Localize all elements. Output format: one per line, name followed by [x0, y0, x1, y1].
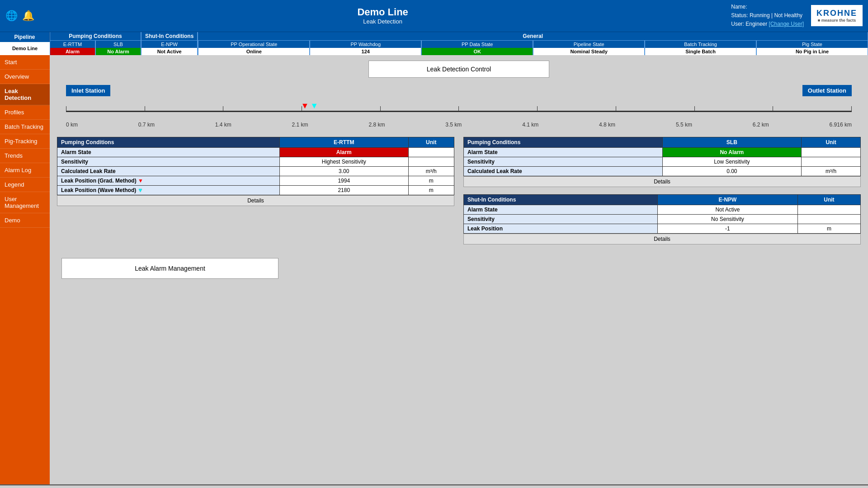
shut-in-table: Shut-In Conditions E-NPW Unit Alarm Stat… [463, 194, 861, 234]
bottom-bar: Time Stamp Tag Alias Group Name Alarm De… [0, 485, 868, 488]
erttm-col1-header: Pumping Conditions [57, 137, 280, 147]
sidebar-item-legend[interactable]: Legend [0, 178, 50, 192]
table-row: Alarm State Not Active [464, 205, 861, 214]
sidebar-item-start[interactable]: Start [0, 55, 50, 70]
logo-tagline: ■ measure the facts [816, 18, 857, 23]
slb-leak-rate-unit: m³/h [802, 166, 861, 176]
shutin-leak-pos-label: Leak Position [464, 224, 658, 233]
km-label-35: 3.5 km [445, 122, 462, 128]
slb-col2-header: SLB [662, 137, 802, 147]
nav-slb-value: No Alarm [96, 48, 141, 55]
nav-general-label: General [198, 32, 868, 41]
header-left: 🌐 🔔 [5, 10, 34, 22]
header-info: Name: Status: Running | Not Healthy User… [731, 3, 804, 29]
km-label-14: 1.4 km [215, 122, 231, 128]
bell-icon[interactable]: 🔔 [22, 10, 34, 22]
right-tables-section: Pumping Conditions SLB Unit Alarm State … [463, 137, 861, 244]
shutin-alarm-state-label: Alarm State [464, 205, 658, 214]
km-label-21: 2.1 km [292, 122, 308, 128]
sidebar-item-leak-detection[interactable]: Leak Detection [0, 84, 50, 105]
pumping-erttm-section: Pumping Conditions E-RTTM Unit Alarm Sta… [57, 137, 454, 244]
nav-erttm-label: E-RTTM [50, 41, 95, 48]
erttm-alarm-state-label: Alarm State [57, 147, 280, 157]
table-row: Sensitivity Low Sensitivity [464, 157, 861, 166]
slb-col1-header: Pumping Conditions [464, 137, 663, 147]
sidebar-item-batch-tracking[interactable]: Batch Tracking [0, 120, 50, 134]
km-label-62: 6.2 km [753, 122, 769, 128]
tick [616, 106, 616, 112]
sidebar-item-user-management[interactable]: User Management [0, 192, 50, 213]
nav-pipeline-state-label: Pipeline State [533, 41, 645, 48]
main-layout: Start Overview Leak Detection Profiles B… [0, 55, 868, 484]
shutin-alarm-state-value: Not Active [658, 205, 798, 214]
erttm-sensitivity-value: Highest Sensitivity [280, 157, 409, 166]
nav-slb-label: SLB [96, 41, 141, 48]
slb-leak-rate-label: Calculated Leak Rate [464, 166, 663, 176]
sidebar-item-trends[interactable]: Trends [0, 149, 50, 163]
tables-row: Pumping Conditions E-RTTM Unit Alarm Sta… [57, 137, 861, 244]
leak-detection-control-button[interactable]: Leak Detection Control [368, 61, 549, 78]
header-center: Demo Line Leak Detection [34, 6, 731, 25]
erttm-sensitivity-label: Sensitivity [57, 157, 280, 166]
app-title: Demo Line [34, 6, 731, 18]
nav-pipeline-label: Pipeline [0, 32, 50, 42]
erttm-details-button[interactable]: Details [57, 195, 454, 206]
sidebar-item-pig-tracking[interactable]: Pig-Tracking [0, 134, 50, 149]
globe-icon[interactable]: 🌐 [5, 10, 18, 22]
sidebar-item-overview[interactable]: Overview [0, 70, 50, 84]
nav-pp-watchdog-value: 124 [310, 48, 421, 55]
app-subtitle: Leak Detection [34, 18, 731, 25]
krohne-logo: KROHNE ■ measure the facts [811, 5, 863, 26]
nav-bar: Pipeline Demo Line Pumping Conditions E-… [0, 32, 868, 55]
nav-pp-op-value: Online [198, 48, 310, 55]
slb-alarm-state-value: No Alarm [662, 147, 802, 157]
slb-col3-header: Unit [802, 137, 861, 147]
shutin-sensitivity-value: No Sensitivity [658, 214, 798, 224]
header-right: Name: Status: Running | Not Healthy User… [731, 3, 863, 29]
pipeline-diagram: Inlet Station Outlet Station [66, 85, 852, 128]
shutin-alarm-state-unit [797, 205, 860, 214]
nav-pipeline-state-value: Nominal Steady [533, 48, 645, 55]
marker-cyan-icon: ▼ [310, 102, 318, 110]
shutin-col1-header: Shut-In Conditions [464, 194, 658, 205]
alarm-mgmt-button[interactable]: Leak Alarm Management [61, 258, 278, 279]
slb-sensitivity-label: Sensitivity [464, 157, 663, 166]
sidebar-item-demo[interactable]: Demo [0, 213, 50, 228]
tick [380, 106, 381, 112]
tick [773, 106, 773, 112]
erttm-wave-unit: m [408, 185, 454, 195]
sidebar-item-alarm-log[interactable]: Alarm Log [0, 163, 50, 178]
slb-details-button[interactable]: Details [463, 176, 861, 187]
km-label-55: 5.5 km [676, 122, 692, 128]
name-label: Name: [731, 3, 804, 11]
shutin-sensitivity-unit [797, 214, 860, 224]
nav-pp-op-label: PP Operational State [198, 41, 310, 48]
erttm-grad-label: Leak Position (Grad. Method) ▼ [57, 176, 280, 185]
change-user-link[interactable]: [Change User] [769, 21, 804, 27]
nav-pumping-label: Pumping Conditions [50, 32, 141, 41]
km-label-6916: 6.916 km [830, 122, 852, 128]
erttm-alarm-state-unit [408, 147, 454, 157]
nav-pig-label: Pig State [757, 41, 868, 48]
nav-enpw-value: Not Active [142, 48, 198, 55]
table-row: Leak Position (Grad. Method) ▼ 1994 m [57, 176, 454, 185]
table-row: Leak Position (Wave Method) ▼ 2180 m [57, 185, 454, 195]
erttm-wave-value: 2180 [280, 185, 409, 195]
km-labels: 0 km 0.7 km 1.4 km 2.1 km 2.8 km 3.5 km … [66, 122, 852, 128]
erttm-leak-rate-label: Calculated Leak Rate [57, 166, 280, 176]
km-label-07: 0.7 km [138, 122, 155, 128]
table-row: Calculated Leak Rate 0.00 m³/h [464, 166, 861, 176]
shutin-col2-header: E-NPW [658, 194, 798, 205]
shutin-details-button[interactable]: Details [463, 234, 861, 244]
marker-red-icon: ▼ [301, 102, 309, 110]
sidebar-item-profiles[interactable]: Profiles [0, 105, 50, 120]
shutin-leak-pos-unit: m [797, 224, 860, 233]
status-info: Status: Running | Not Healthy [731, 11, 804, 20]
pumping-erttm-table: Pumping Conditions E-RTTM Unit Alarm Sta… [57, 137, 454, 195]
km-label-28: 2.8 km [368, 122, 385, 128]
outlet-station-label: Outlet Station [802, 85, 852, 96]
shutin-sensitivity-label: Sensitivity [464, 214, 658, 224]
erttm-wave-label: Leak Position (Wave Method) ▼ [57, 185, 280, 195]
user-info: User: Engineer [Change User] [731, 20, 804, 28]
erttm-alarm-state-value: Alarm [280, 147, 409, 157]
